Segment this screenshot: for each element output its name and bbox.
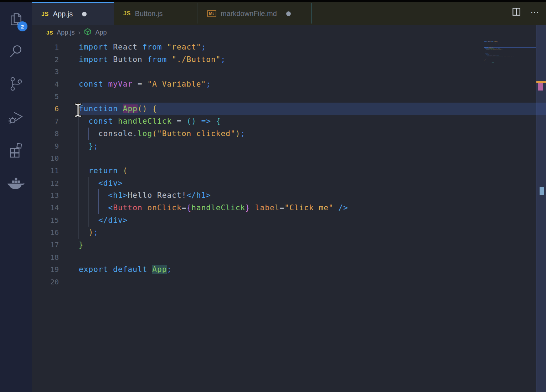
- code-line[interactable]: 5: [32, 91, 546, 103]
- line-number: 14: [32, 202, 79, 214]
- tab-bar: JS App.js JS Button.js M↓ markdownFile.m…: [32, 0, 546, 25]
- breadcrumb-item-symbol[interactable]: App: [95, 29, 107, 36]
- line-number: 5: [32, 91, 79, 103]
- line-number: 4: [32, 78, 79, 91]
- docker-icon: [7, 174, 25, 192]
- markdown-file-icon: M↓: [207, 10, 216, 17]
- modified-dot-icon[interactable]: [82, 12, 87, 16]
- code-line[interactable]: 17}: [32, 239, 546, 251]
- overview-ruler[interactable]: [536, 25, 546, 392]
- activity-item-docker[interactable]: [0, 170, 32, 197]
- activity-item-run-debug[interactable]: [0, 104, 32, 131]
- ruler-marker-pink: [538, 83, 543, 91]
- line-number: 12: [32, 177, 79, 190]
- line-number: 16: [32, 226, 79, 239]
- code-line[interactable]: 19export default App;: [32, 263, 546, 276]
- code-line[interactable]: 1import React from "react";: [32, 41, 546, 53]
- activity-bar: 2: [0, 0, 32, 392]
- more-actions-icon[interactable]: ⋯: [530, 9, 540, 16]
- line-number: 9: [32, 140, 79, 153]
- javascript-file-icon: JS: [46, 30, 53, 36]
- symbol-class-icon: [84, 28, 92, 37]
- ibeam-cursor-icon: [73, 103, 83, 119]
- code-lines: 1import React from "react";2import Butto…: [32, 41, 546, 288]
- line-number: 11: [32, 165, 79, 177]
- code-editor[interactable]: 1import React from "react";2import Butto…: [32, 40, 546, 392]
- tab-separator: [311, 3, 311, 24]
- minimap-content: 1import React from "react";2import Butto…: [484, 41, 536, 65]
- code-line[interactable]: 16 );: [32, 226, 546, 239]
- vscode-window: 2: [0, 0, 546, 392]
- tab-app-js[interactable]: JS App.js: [32, 2, 114, 25]
- code-line[interactable]: 20: [484, 63, 536, 65]
- indent-guide: [78, 115, 79, 239]
- code-line[interactable]: 12 <div>: [32, 177, 546, 190]
- tab-button-js[interactable]: JS Button.js: [114, 2, 197, 25]
- window-top-border: [0, 0, 546, 2]
- chevron-right-icon: ›: [78, 29, 80, 36]
- minimap[interactable]: 1import React from "react";2import Butto…: [483, 40, 536, 392]
- line-number: 19: [32, 263, 79, 276]
- ruler-marker-blue: [540, 187, 544, 195]
- line-number: 1: [32, 41, 79, 53]
- editor-group: JS App.js JS Button.js M↓ markdownFile.m…: [32, 0, 546, 392]
- activity-item-extensions[interactable]: [0, 137, 32, 164]
- line-number: 2: [32, 53, 79, 66]
- code-line[interactable]: 13 <h1>Hello React!</h1>: [32, 189, 546, 202]
- code-line[interactable]: 2import Button from "./Button";: [32, 53, 546, 66]
- code-line[interactable]: 15 </div>: [32, 214, 546, 227]
- explorer-badge: 2: [17, 21, 27, 31]
- indent-guide-active: [88, 128, 89, 140]
- extensions-icon: [8, 141, 24, 159]
- code-line[interactable]: 7 const handleClick = () => {: [32, 115, 546, 128]
- code-line[interactable]: 10: [32, 152, 546, 165]
- activity-item-explorer[interactable]: 2: [0, 6, 32, 33]
- code-line[interactable]: 3: [32, 66, 546, 78]
- code-line[interactable]: 8 console.log("Button clicked");: [32, 128, 546, 140]
- code-line[interactable]: 14 <Button onClick={handleClick} label="…: [32, 202, 546, 214]
- code-line[interactable]: 11 return (: [32, 165, 546, 177]
- line-number: 10: [32, 152, 79, 165]
- code-line[interactable]: 4const myVar = "A Variable";: [32, 78, 546, 91]
- tab-separator: [197, 3, 197, 24]
- line-number: 18: [32, 251, 79, 264]
- tab-label: App.js: [53, 10, 73, 18]
- javascript-file-icon: JS: [41, 11, 49, 17]
- code-line[interactable]: 20: [32, 276, 546, 288]
- code-line[interactable]: 6function App() {: [32, 103, 546, 115]
- line-number: 6: [32, 103, 79, 115]
- code-line[interactable]: 9 };: [32, 140, 546, 153]
- split-editor-icon[interactable]: [512, 7, 521, 18]
- tab-label: markdownFile.md: [221, 10, 277, 18]
- modified-dot-icon[interactable]: [286, 11, 291, 16]
- code-line[interactable]: 18: [32, 251, 546, 264]
- breadcrumb: JS App.js › App: [32, 25, 546, 40]
- line-number: 20: [32, 276, 79, 288]
- tab-markdownfile-md[interactable]: M↓ markdownFile.md: [198, 2, 311, 25]
- search-icon: [8, 43, 24, 61]
- line-number: 17: [32, 239, 79, 251]
- activity-item-search[interactable]: [0, 38, 32, 66]
- line-number: 15: [32, 214, 79, 227]
- line-number: 13: [32, 189, 79, 202]
- indent-guide: [88, 177, 89, 227]
- indent-guide-active: [98, 189, 99, 214]
- source-control-icon: [8, 76, 24, 94]
- line-number: 7: [32, 115, 79, 128]
- tab-label: Button.js: [135, 10, 163, 18]
- run-debug-icon: [8, 109, 24, 127]
- line-number: 3: [32, 66, 79, 78]
- tab-actions: ⋯: [512, 7, 540, 18]
- line-number: 8: [32, 128, 79, 140]
- activity-item-source-control[interactable]: [0, 71, 32, 98]
- javascript-file-icon: JS: [123, 10, 131, 17]
- breadcrumb-item-file[interactable]: App.js: [57, 29, 74, 36]
